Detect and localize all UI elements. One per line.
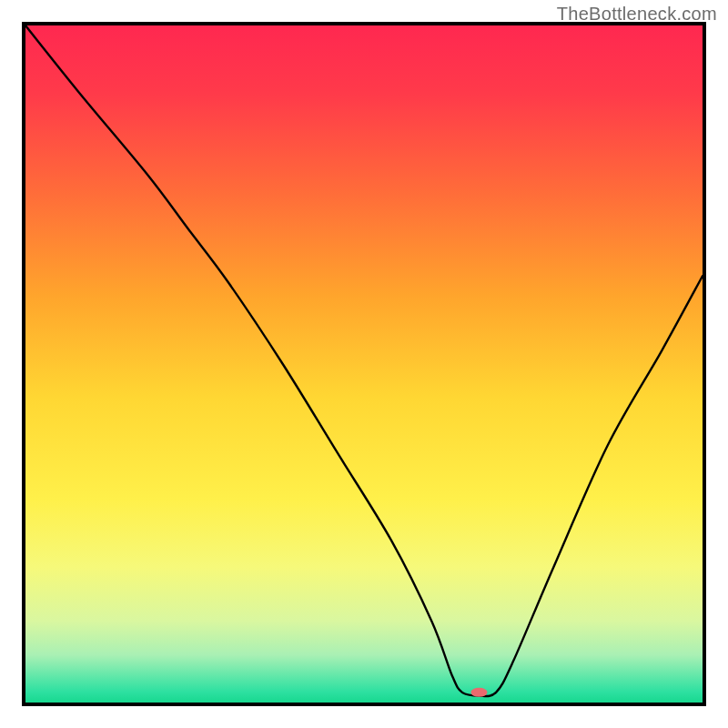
highlight-marker (470, 688, 487, 697)
gradient-background (25, 25, 703, 703)
chart-svg (25, 25, 703, 703)
chart-frame (22, 22, 706, 706)
chart-container: TheBottleneck.com (0, 0, 728, 728)
